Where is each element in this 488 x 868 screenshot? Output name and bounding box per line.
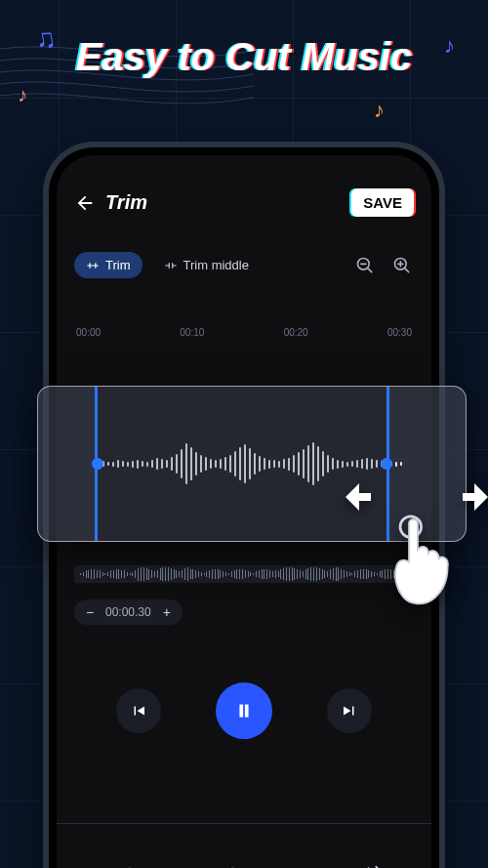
pointer-hand-icon [383,515,470,612]
chip-label: Trim middle [183,258,249,272]
tick-label: 00:00 [76,327,101,338]
play-pause-button[interactable] [216,682,272,739]
bottom-toolbar: Fade in Fade out Volume [57,823,431,868]
mini-waveform[interactable] [74,565,414,583]
trim-handle-right[interactable] [381,458,392,470]
tick-label: 00:20 [284,327,308,338]
trim-handle-left[interactable] [92,458,103,470]
time-minus-button[interactable]: − [84,604,96,620]
next-button[interactable] [327,688,372,733]
timeline-ticks: 00:00 00:10 00:20 00:30 [74,327,414,338]
fade-out-button[interactable]: Fade out [221,863,266,869]
tick-label: 00:30 [387,327,412,338]
previous-button[interactable] [116,688,161,733]
zoom-out-button[interactable] [353,254,377,277]
time-stepper[interactable]: − 00:00.30 + [74,599,183,625]
arrow-right-icon [455,474,488,520]
music-note-icon: ♪ [18,84,27,106]
player-controls [57,682,431,739]
music-note-icon: ♪ [374,98,385,123]
time-plus-button[interactable]: + [161,604,173,620]
marketing-headline: Easy to Cut Music [0,35,488,79]
chip-trim[interactable]: Trim [74,252,142,278]
chip-label: Trim [105,258,131,272]
zoom-in-button[interactable] [390,254,414,277]
screen: Trim SAVE Trim Trim middle [57,155,431,868]
back-button[interactable] [74,192,96,214]
mode-chip-row: Trim Trim middle [74,252,414,278]
arrow-left-icon [332,474,379,520]
phone-frame: Trim SAVE Trim Trim middle [49,147,439,868]
tick-label: 00:10 [180,327,204,338]
save-button[interactable]: SAVE [351,188,414,217]
time-value: 00:00.30 [105,605,151,619]
volume-button[interactable]: Volume [350,863,389,869]
fade-in-button[interactable]: Fade in [99,863,138,869]
chip-trim-middle[interactable]: Trim middle [152,252,261,278]
page-title: Trim [105,191,147,214]
top-bar: Trim SAVE [74,188,414,217]
